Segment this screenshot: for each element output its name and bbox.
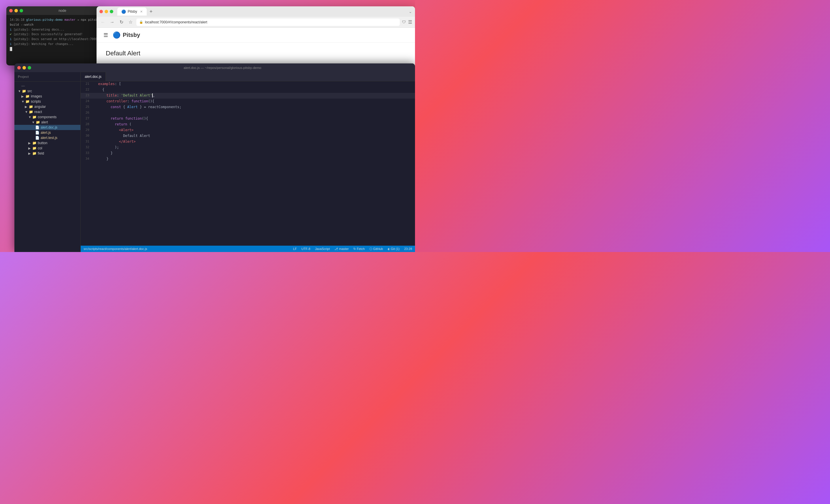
sidebar-item-button[interactable]: ▶ 📁 button xyxy=(14,140,81,146)
editor-statusbar: src/scripts/react/components/alert/alert… xyxy=(81,246,415,252)
terminal-titlebar: node xyxy=(6,6,103,15)
back-button[interactable]: ← xyxy=(99,19,106,26)
sidebar-item-alert-doc[interactable]: 📄 alert.doc.js xyxy=(14,125,81,130)
address-lock-icon: 🔒 xyxy=(139,20,143,24)
folder-icon: 📁 xyxy=(32,146,37,150)
pitsby-logo: 🔵 Pitsby xyxy=(113,31,140,39)
browser-titlebar: 🔵 Pitsby ✕ + ⌄ xyxy=(97,6,415,17)
terminal-close-dot[interactable] xyxy=(9,9,13,12)
folder-icon: 📁 xyxy=(25,99,30,103)
terminal-branch: master xyxy=(65,18,75,21)
editor-window-controls xyxy=(17,66,31,69)
code-line-23: 23 title: 'Default Alert', xyxy=(81,93,415,99)
editor-window: alert.doc.js — ~/repos/personal/glorious… xyxy=(14,63,415,252)
editor-sidebar: Project — ▼ 📁 src ▶ 📁 xyxy=(14,72,81,252)
code-tab-alert-doc[interactable]: alert.doc.js xyxy=(81,72,106,81)
terminal-minimize-dot[interactable] xyxy=(14,9,18,12)
code-area: alert.doc.js 21 examples: [ 22 { xyxy=(81,72,415,252)
code-line-28: 28 return ( xyxy=(81,122,415,127)
sidebar-tree: — ▼ 📁 src ▶ 📁 images xyxy=(14,82,81,252)
bookmark-button[interactable]: ☆ xyxy=(127,19,134,26)
sidebar-item-alert-js[interactable]: 📄 alert.js xyxy=(14,130,81,135)
editor-body: Project — ▼ 📁 src ▶ 📁 xyxy=(14,72,415,252)
terminal-time: 14:16:18 xyxy=(10,18,25,21)
browser-addressbar: ← → ↻ ☆ 🔒 localhost:7000/#!/components/r… xyxy=(97,17,415,28)
code-lines: 21 examples: [ 22 { 23 title: 'Default A… xyxy=(81,81,415,162)
address-bar[interactable]: 🔒 localhost:7000/#!/components/react/ale… xyxy=(136,19,400,26)
code-line-30: 30 Default Alert xyxy=(81,133,415,139)
browser-minimize-dot[interactable] xyxy=(105,10,108,13)
editor-close-dot[interactable] xyxy=(17,66,21,69)
code-line-22: 22 { xyxy=(81,87,415,93)
code-content[interactable]: 21 examples: [ 22 { 23 title: 'Default A… xyxy=(81,81,415,246)
statusbar-git[interactable]: ⬖ Git (1) xyxy=(388,247,400,251)
statusbar-fetch[interactable]: ↻ Fetch xyxy=(353,247,365,251)
browser-tab-title: Pitsby xyxy=(128,9,137,13)
file-icon: 📄 xyxy=(35,125,39,129)
forward-button[interactable]: → xyxy=(109,19,116,26)
sidebar-item-angular[interactable]: ▶ 📁 angular xyxy=(14,104,81,109)
terminal-prompt-line: 14:16:18 glorious-pitsby-demo master → n… xyxy=(10,17,99,27)
new-tab-button[interactable]: + xyxy=(150,9,153,14)
hamburger-icon[interactable]: ☰ xyxy=(103,32,108,38)
editor-title: alert.doc.js — ~/repos/personal/glorious… xyxy=(33,66,412,69)
sidebar-item-images[interactable]: ▶ 📁 images xyxy=(14,94,81,99)
statusbar-branch: ⎇ master xyxy=(334,247,349,251)
editor-maximize-dot[interactable] xyxy=(28,66,31,69)
editor-titlebar: alert.doc.js — ~/repos/personal/glorious… xyxy=(14,63,415,72)
sidebar-item-alert-dir[interactable]: ▼ 📁 alert xyxy=(14,120,81,125)
browser-close-dot[interactable] xyxy=(99,10,103,13)
browser-maximize-dot[interactable] xyxy=(110,10,113,13)
sidebar-item-alert-test[interactable]: 📄 alert.test.js xyxy=(14,135,81,140)
tab-close-button[interactable]: ✕ xyxy=(140,10,143,13)
shield-icon: 🛡 xyxy=(402,20,406,24)
code-line-26: 26 xyxy=(81,110,415,116)
pitsby-brand-name: Pitsby xyxy=(123,32,140,38)
statusbar-encoding: UTF-8 xyxy=(301,247,310,251)
sidebar-item-field[interactable]: ▶ 📁 field xyxy=(14,151,81,156)
code-line-24: 24 controller: function(){ xyxy=(81,99,415,104)
folder-icon: 📁 xyxy=(22,89,26,93)
terminal-body: 14:16:18 glorious-pitsby-demo master → n… xyxy=(6,15,103,54)
sidebar-item-react[interactable]: ▼ 📁 react xyxy=(14,109,81,115)
tab-favicon: 🔵 xyxy=(121,9,126,14)
sidebar-item-dash: — xyxy=(14,83,81,89)
folder-icon: 📁 xyxy=(29,105,33,109)
terminal-maximize-dot[interactable] xyxy=(20,9,23,12)
sidebar-item-src[interactable]: ▼ 📁 src xyxy=(14,89,81,94)
code-line-31: 31 </Alert> xyxy=(81,139,415,145)
code-line-29: 29 <Alert> xyxy=(81,127,415,133)
terminal-window: node 14:16:18 glorious-pitsby-demo maste… xyxy=(6,6,103,65)
sidebar-item-scripts[interactable]: ▼ 📁 scripts xyxy=(14,99,81,104)
folder-icon: 📁 xyxy=(32,141,37,145)
folder-icon: 📁 xyxy=(25,94,30,98)
sidebar-item-components[interactable]: ▼ 📁 components xyxy=(14,115,81,120)
code-line-21: 21 examples: [ xyxy=(81,81,415,87)
browser-window-controls xyxy=(99,10,113,13)
statusbar-github[interactable]: ⬡ GitHub xyxy=(370,247,383,251)
terminal-line-1: i [pitsby]: Generating docs... xyxy=(10,27,99,32)
terminal-line-4: i [pitsby]: Watching for changes... xyxy=(10,41,99,46)
terminal-line-3: i [pitsby]: Docs served on http://localh… xyxy=(10,37,99,41)
statusbar-eol: LF xyxy=(293,247,297,251)
browser-chevron-icon[interactable]: ⌄ xyxy=(409,9,412,14)
sidebar-header: Project xyxy=(14,72,81,82)
terminal-path: glorious-pitsby-demo xyxy=(26,18,63,21)
pitsby-nav: ☰ 🔵 Pitsby xyxy=(97,28,415,43)
browser-menu-icon[interactable]: ☰ xyxy=(408,19,412,25)
terminal-title: node xyxy=(25,9,100,13)
code-tabs: alert.doc.js xyxy=(81,72,415,81)
code-line-34: 34 } xyxy=(81,156,415,162)
sidebar-item-col[interactable]: ▶ 📁 col xyxy=(14,146,81,151)
code-line-32: 32 ); xyxy=(81,145,415,151)
folder-icon: 📁 xyxy=(36,120,40,124)
code-line-33: 33 } xyxy=(81,151,415,156)
folder-icon: 📁 xyxy=(32,115,37,119)
code-line-25: 25 const { Alert } = reactComponents; xyxy=(81,104,415,110)
folder-icon: 📁 xyxy=(29,110,33,114)
editor-minimize-dot[interactable] xyxy=(23,66,26,69)
page-title: Default Alert xyxy=(106,50,406,57)
refresh-button[interactable]: ↻ xyxy=(118,19,125,26)
terminal-line-2: ✔ [pitsby]: Docs successfully generated! xyxy=(10,32,99,37)
browser-tab[interactable]: 🔵 Pitsby ✕ xyxy=(117,7,147,15)
